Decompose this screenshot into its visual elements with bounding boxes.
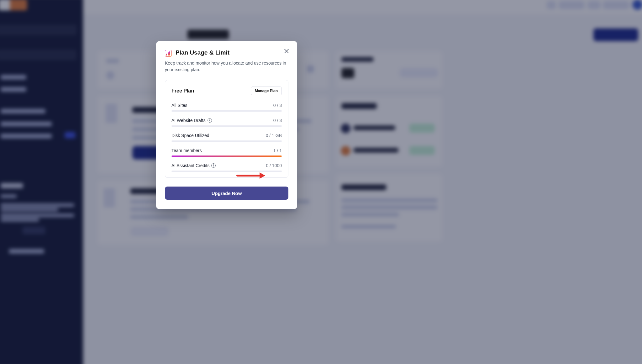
usage-metric: Team members1 / 1 — [171, 148, 282, 157]
info-icon[interactable]: i — [208, 118, 212, 123]
metric-value: 0 / 1 GB — [266, 133, 282, 138]
plan-box: Free Plan Manage Plan All Sites0 / 3AI W… — [165, 80, 288, 178]
bar-chart-icon — [165, 50, 172, 57]
plan-name: Free Plan — [171, 88, 194, 94]
modal-description: Keep track and monitor how you allocate … — [165, 60, 288, 73]
progress-bar — [171, 110, 282, 112]
close-icon[interactable] — [283, 47, 290, 55]
metric-label: AI Website Draftsi — [171, 118, 212, 123]
upgrade-now-button[interactable]: Upgrade Now — [165, 187, 288, 200]
progress-bar — [171, 125, 282, 127]
info-icon[interactable]: i — [211, 163, 216, 168]
modal-title: Plan Usage & Limit — [176, 49, 229, 56]
metric-value: 0 / 3 — [273, 118, 282, 123]
progress-bar — [171, 156, 282, 157]
progress-bar — [171, 171, 282, 172]
metric-value: 1 / 1 — [273, 148, 282, 153]
usage-metric: Disk Space Utilized0 / 1 GB — [171, 133, 282, 142]
progress-bar — [171, 140, 282, 142]
modal-backdrop[interactable] — [0, 0, 642, 364]
metric-label: Team members — [171, 148, 202, 153]
metric-label: Disk Space Utilized — [171, 133, 209, 138]
metric-value: 0 / 1000 — [266, 163, 282, 168]
manage-plan-button[interactable]: Manage Plan — [251, 87, 282, 95]
metric-label: All Sites — [171, 103, 187, 108]
metric-label: AI Assistant Creditsi — [171, 163, 216, 168]
usage-metric: All Sites0 / 3 — [171, 103, 282, 112]
usage-metric: AI Website Draftsi0 / 3 — [171, 118, 282, 127]
metric-value: 0 / 3 — [273, 103, 282, 108]
usage-metric: AI Assistant Creditsi0 / 1000 — [171, 163, 282, 172]
plan-usage-modal: Plan Usage & Limit Keep track and monito… — [156, 41, 297, 209]
